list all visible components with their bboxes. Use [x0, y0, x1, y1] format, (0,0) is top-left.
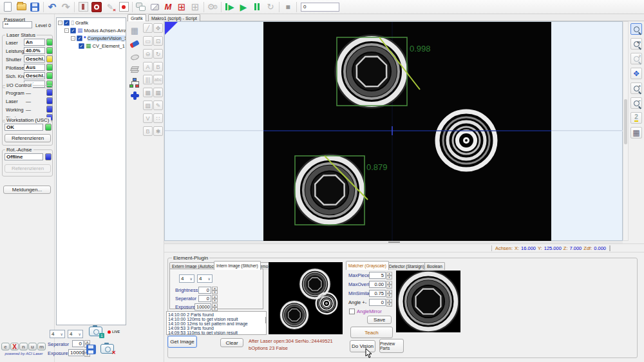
- array-tool-icon[interactable]: ▦: [128, 24, 141, 36]
- laser-dot-icon[interactable]: [117, 1, 130, 13]
- graphics-canvas[interactable]: 0.998 0.879: [164, 21, 623, 241]
- zoom-tool-icon[interactable]: [630, 23, 642, 35]
- teach-button[interactable]: Teach: [350, 327, 393, 338]
- seperator-input[interactable]: 0: [198, 295, 211, 302]
- maxoverlap-spinner[interactable]: ▲▼: [386, 281, 392, 289]
- maxpiece-input[interactable]: 5: [369, 272, 386, 279]
- exposure-spinner[interactable]: ▲▼: [212, 303, 218, 311]
- pan-tool-icon[interactable]: ✥: [630, 68, 642, 79]
- transform-tool-icon: ✱: [153, 126, 163, 136]
- save-image-icon[interactable]: [86, 345, 96, 354]
- tab-intern-image[interactable]: Intern Image (Stitcher): [214, 261, 261, 270]
- grid-cols-dropdown[interactable]: 4∨: [50, 330, 65, 338]
- bold-tool-icon: B: [143, 126, 153, 136]
- plugin-puzzle-icon[interactable]: [128, 90, 141, 101]
- log-scrollbar[interactable]: [265, 317, 267, 323]
- separator: [43, 2, 44, 12]
- circle-tool-icon: ⊖: [143, 49, 153, 59]
- minsimilar-input[interactable]: 0.75: [369, 290, 386, 297]
- tab-grafik[interactable]: Grafik: [128, 14, 146, 21]
- get-image-button[interactable]: Get Image: [167, 336, 197, 348]
- separator: [74, 2, 75, 12]
- angle-input[interactable]: 0: [369, 299, 386, 306]
- layer-2-icon[interactable]: 2: [630, 112, 642, 124]
- stop-icon[interactable]: ■: [281, 1, 294, 13]
- array-icon: ▦: [77, 28, 83, 33]
- tree-item-grafik[interactable]: - ✓ ▯ Grafik: [58, 19, 88, 26]
- undo-icon[interactable]: ↶: [46, 1, 59, 13]
- exposure-input[interactable]: 10000: [194, 303, 211, 310]
- grid-rows-dropdown[interactable]: 4∨: [68, 330, 83, 338]
- anglemirror-checkbox[interactable]: [349, 309, 355, 314]
- tree-item-modus[interactable]: - ✓ ▦ Modus Achsen-Array_1: [64, 27, 126, 34]
- rectangle-tool-icon: ▭: [143, 36, 153, 46]
- checkbox-checked-icon[interactable]: ✓: [70, 28, 76, 33]
- mark-check-icon[interactable]: M: [162, 1, 175, 13]
- marker-cancel-icon[interactable]: ✎×: [104, 1, 117, 13]
- pause-icon[interactable]: [251, 1, 263, 13]
- expand-icon[interactable]: -: [58, 21, 62, 25]
- tree-item-cv-element[interactable]: ✓ ▦ CV_Element_1: [79, 43, 125, 50]
- open-folder-icon[interactable]: [15, 1, 28, 13]
- preview-parts-button[interactable]: Preview Parts: [379, 339, 404, 353]
- expand-icon[interactable]: -: [64, 28, 69, 33]
- step-play-icon[interactable]: ▶: [223, 1, 236, 13]
- tab-detector[interactable]: Detector (Starsign): [386, 262, 427, 270]
- run-count-input[interactable]: 0: [301, 3, 339, 12]
- status-led: [46, 89, 53, 96]
- vision-icon: *: [84, 35, 86, 41]
- play-icon[interactable]: ▶: [237, 1, 250, 13]
- grid-view-icon[interactable]: ▦: [630, 127, 642, 138]
- checkbox-checked-icon[interactable]: ✓: [77, 35, 82, 41]
- angle-spinner[interactable]: ▲▼: [386, 299, 392, 307]
- maxoverlap-input[interactable]: 0.00: [369, 281, 386, 288]
- tab-makro1[interactable]: Makro1 (script) - Script: [148, 14, 200, 21]
- row-label: Laser: [6, 40, 18, 46]
- maxpiece-spinner[interactable]: ▲▼: [386, 272, 392, 280]
- zoom-fit-icon[interactable]: ⌐: [630, 97, 642, 109]
- layers-tool-icon[interactable]: [128, 64, 141, 75]
- camera-close-icon[interactable]: ✕: [100, 344, 114, 354]
- seperator-spinner[interactable]: ▲▼: [212, 295, 218, 303]
- exposure-input[interactable]: 10000: [68, 349, 84, 356]
- seperator-input[interactable]: 0: [72, 340, 84, 347]
- canvas-vertical-scrollbar[interactable]: [623, 21, 629, 241]
- new-file-icon[interactable]: [1, 1, 14, 13]
- clear-button[interactable]: Clear: [220, 338, 243, 347]
- slice-shape-icon[interactable]: [148, 1, 161, 13]
- eraser-tool-icon[interactable]: [128, 38, 141, 50]
- zoom-in-icon[interactable]: +: [630, 82, 642, 94]
- row-value: —: [26, 90, 31, 96]
- checkbox-checked-icon[interactable]: ✓: [79, 43, 84, 49]
- zoom-region-icon[interactable]: ▭: [630, 38, 642, 50]
- tab-matcher[interactable]: Matcher (Grayscale): [346, 261, 389, 270]
- flip-shapes-icon[interactable]: [135, 1, 147, 13]
- row-value: Geschl.: [24, 72, 45, 79]
- stitch-cols-dropdown[interactable]: 4∨: [179, 274, 194, 283]
- brightness-input[interactable]: 0: [198, 287, 211, 294]
- redo-icon[interactable]: ↷: [59, 1, 72, 13]
- row-value: An: [24, 39, 45, 46]
- stitch-rows-dropdown[interactable]: 4∨: [197, 274, 213, 283]
- project-tree[interactable]: - ✓ ▯ Grafik - ✓ ▦ Modus Achsen-Array_1 …: [56, 17, 126, 325]
- tree-item-computervision[interactable]: - ✓ * ComputerVision_1: [71, 35, 126, 42]
- ellipse-tool-icon[interactable]: [128, 52, 141, 63]
- expand-icon[interactable]: -: [71, 36, 75, 41]
- passwort-input[interactable]: **: [3, 21, 32, 28]
- main-toolbar: ↶ ↷ ✎× M ⊞ ⊞ ⚙⚙ ▶ ▶ ↻ ■ 0: [0, 0, 644, 14]
- mark-grid-icon[interactable]: ⊞: [175, 1, 188, 13]
- referenzieren-button[interactable]: Referenzieren: [5, 134, 51, 142]
- checkbox-checked-icon[interactable]: ✓: [64, 20, 70, 26]
- save-icon[interactable]: [28, 1, 41, 13]
- tab-boolean[interactable]: Boolean: [424, 262, 445, 270]
- meldungen-button[interactable]: Meldungen...: [3, 186, 51, 194]
- minsimilar-spinner[interactable]: ▲▼: [386, 290, 392, 298]
- save-button[interactable]: Save: [367, 316, 392, 324]
- boptions-status: bOptions 23 False: [249, 345, 288, 351]
- pause-slot-icon[interactable]: [77, 1, 90, 13]
- brightness-spinner[interactable]: ▲▼: [212, 287, 218, 294]
- vision-log-list[interactable]: 14:10:00 2 Parts found 14:10:00 120ms to…: [166, 311, 267, 335]
- camera-count-badge: 1: [99, 333, 104, 338]
- flowchart-tool-icon[interactable]: [128, 77, 141, 88]
- record-icon[interactable]: [90, 1, 103, 13]
